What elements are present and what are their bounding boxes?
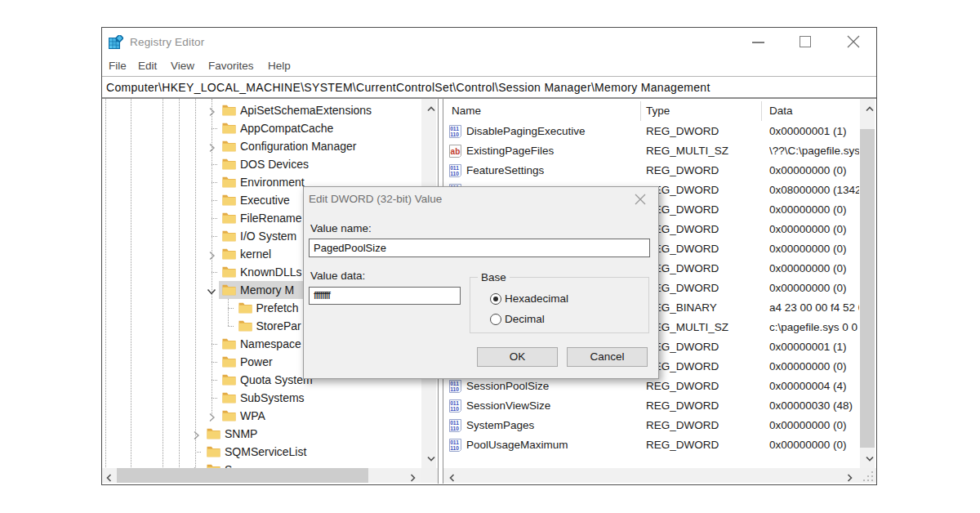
scroll-down-icon — [865, 453, 875, 463]
column-separator[interactable] — [761, 101, 762, 121]
scroll-down-button[interactable] — [862, 451, 876, 466]
column-header-name[interactable]: Name — [452, 99, 481, 122]
value-name-cell: SystemPages — [466, 416, 642, 435]
tree-folder — [222, 374, 236, 386]
chevron-right-icon[interactable] — [207, 143, 216, 153]
minimize-button[interactable] — [745, 28, 771, 56]
value-row-sessionpoolsize[interactable]: 011110SessionPoolSizeREG_DWORD0x00000004… — [443, 377, 859, 396]
folder-icon — [222, 141, 236, 152]
value-type-cell: REG_DWORD — [646, 377, 767, 396]
menu-bar: FileEditViewFavoritesHelp — [102, 56, 876, 77]
tree-item-label: I/O System — [240, 227, 296, 245]
close-icon — [846, 34, 861, 49]
value-row-existingpagefiles[interactable]: abExistingPageFilesREG_MULTI_SZ\??\C:\pa… — [443, 141, 859, 161]
expand-chevron[interactable] — [191, 429, 201, 439]
chevron-down-icon[interactable] — [207, 287, 216, 297]
dword-value-icon: 011110 — [448, 439, 462, 452]
address-bar[interactable]: Computer\HKEY_LOCAL_MACHINE\SYSTEM\Curre… — [102, 78, 876, 99]
svg-text:110: 110 — [450, 445, 459, 451]
value-type-cell: REG_DWORD — [646, 181, 767, 200]
title-bar[interactable]: Registry Editor — [102, 28, 876, 56]
folder-icon — [222, 374, 236, 386]
value-data-cell: 0x00000000 (0) — [769, 357, 859, 377]
scrollbar-thumb[interactable] — [860, 129, 875, 448]
scroll-left-button[interactable] — [102, 471, 117, 484]
folder-icon — [222, 176, 236, 188]
radio-circle-checked — [490, 293, 501, 305]
value-data-cell: 0x00000000 (0) — [769, 416, 859, 435]
value-data-cell: 0x00000001 (1) — [769, 122, 859, 141]
expand-chevron[interactable] — [207, 105, 216, 115]
value-data-cell: 0x00000000 (0) — [769, 239, 859, 259]
scroll-up-button[interactable] — [424, 102, 439, 117]
regedit-icon — [109, 35, 123, 50]
scroll-down-button[interactable] — [424, 451, 439, 466]
tree-horizontal-scrollbar[interactable] — [102, 468, 421, 483]
tree-folder — [222, 176, 236, 188]
expand-chevron[interactable] — [207, 141, 216, 151]
tree-item-wpa[interactable]: WPA — [102, 407, 438, 425]
folder-icon — [222, 392, 236, 404]
value-row-disablepagingexecutive[interactable]: 011110DisablePagingExecutiveREG_DWORD0x0… — [443, 122, 859, 141]
scroll-up-icon — [865, 105, 875, 114]
window-title: Registry Editor — [130, 28, 205, 56]
menu-item-favorites[interactable]: Favorites — [208, 56, 254, 76]
tree-item-label: Memory M — [240, 281, 294, 299]
value-data-cell: 0x00000000 (0) — [769, 200, 859, 220]
value-row-systempages[interactable]: 011110SystemPagesREG_DWORD0x00000000 (0) — [443, 416, 859, 435]
value-data-cell: 0x00000000 (0) — [769, 279, 859, 298]
tree-folder — [222, 230, 236, 242]
list-horizontal-scrollbar[interactable] — [443, 468, 860, 483]
dialog-close-button[interactable] — [626, 187, 655, 211]
tree-item-configuration-manager[interactable]: Configuration Manager — [102, 137, 438, 155]
tree-item-snmp[interactable]: SNMP — [102, 425, 438, 443]
menu-item-help[interactable]: Help — [268, 56, 291, 76]
tree-item-dos-devices[interactable]: DOS Devices — [102, 155, 438, 173]
value-name-field[interactable]: PagedPoolSize — [309, 239, 650, 257]
menu-item-view[interactable]: View — [171, 56, 194, 76]
value-data-cell: 0x00000030 (48) — [769, 396, 859, 416]
scrollbar-thumb[interactable] — [117, 468, 368, 483]
column-header-type[interactable]: Type — [646, 99, 670, 122]
folder-icon — [222, 212, 236, 224]
cancel-button[interactable]: Cancel — [567, 347, 648, 367]
tree-item-appcompatcache[interactable]: AppCompatCache — [102, 119, 438, 137]
scroll-right-button[interactable] — [405, 471, 420, 484]
chevron-right-icon[interactable] — [207, 413, 216, 422]
tree-item-label: DOS Devices — [240, 155, 309, 173]
tree-item-apisetschemaextensions[interactable]: ApiSetSchemaExtensions — [102, 101, 438, 119]
close-button[interactable] — [840, 28, 866, 56]
value-row-poolusagemaximum[interactable]: 011110PoolUsageMaximumREG_DWORD0x0000000… — [443, 435, 859, 455]
tree-connector — [212, 218, 217, 219]
chevron-right-icon[interactable] — [207, 251, 216, 261]
folder-icon — [238, 302, 252, 314]
scroll-left-button[interactable] — [445, 471, 460, 484]
tree-item-subsystems[interactable]: SubSystems — [102, 389, 438, 407]
column-header-data[interactable]: Data — [769, 99, 793, 122]
scroll-right-button[interactable] — [842, 471, 857, 484]
scroll-up-button[interactable] — [862, 102, 876, 117]
collapse-chevron[interactable] — [207, 285, 216, 295]
ok-button[interactable]: OK — [477, 347, 558, 367]
chevron-right-icon[interactable] — [191, 430, 201, 440]
chevron-right-icon[interactable] — [207, 107, 216, 117]
column-separator[interactable] — [640, 101, 641, 121]
maximize-button[interactable] — [792, 28, 818, 56]
value-type-icon: 011110 — [448, 439, 462, 452]
value-row-featuresettings[interactable]: 011110FeatureSettingsREG_DWORD0x00000000… — [443, 161, 859, 181]
tree-item-label: Configuration Manager — [240, 137, 356, 155]
menu-item-file[interactable]: File — [109, 56, 127, 76]
value-row-sessionviewsize[interactable]: 011110SessionViewSizeREG_DWORD0x00000030… — [443, 396, 859, 416]
value-data-field[interactable]: ffffffff — [309, 287, 461, 305]
expand-chevron[interactable] — [207, 411, 216, 421]
folder-icon — [222, 284, 236, 296]
expand-chevron[interactable] — [207, 249, 216, 259]
edit-dword-dialog: Edit DWORD (32-bit) Value Value name: Pa… — [303, 186, 659, 379]
tree-folder — [238, 302, 252, 314]
radio-circle-unchecked — [490, 314, 501, 325]
tree-item-sqmservicelist[interactable]: SQMServiceList — [102, 443, 438, 461]
list-vertical-scrollbar[interactable] — [860, 99, 875, 468]
value-data-cell: a4 23 00 00 f4 52 07 — [769, 298, 859, 318]
menu-item-edit[interactable]: Edit — [138, 56, 157, 76]
resize-grip[interactable] — [863, 471, 875, 482]
